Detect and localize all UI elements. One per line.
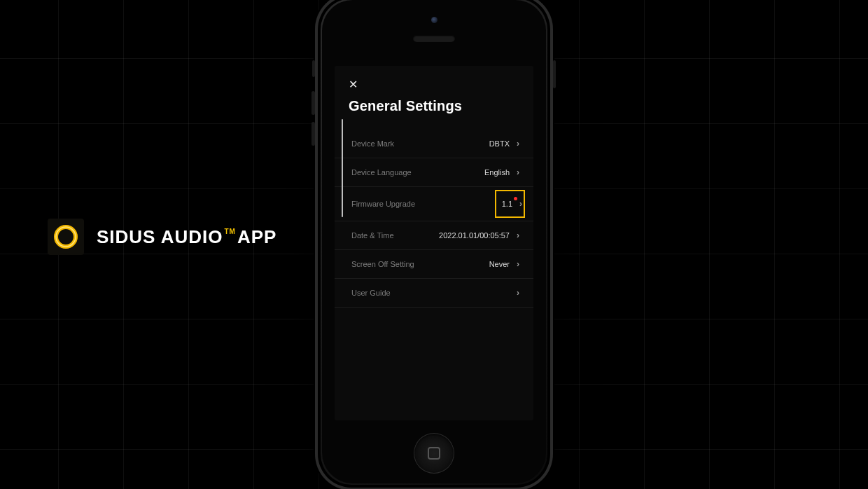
phone-body: ✕ General Settings Device Mark DBTX › De… — [322, 0, 546, 483]
phone-volume-down — [312, 122, 315, 146]
row-label: Device Mark — [351, 139, 394, 148]
phone-top-bezel — [322, 0, 546, 63]
row-value: DBTX — [489, 139, 510, 148]
chevron-right-icon: › — [519, 199, 522, 209]
chevron-right-icon: › — [517, 230, 519, 240]
phone-power-button — [553, 60, 556, 88]
chevron-right-icon: › — [517, 167, 519, 177]
row-user-guide[interactable]: User Guide › — [335, 279, 533, 308]
phone-mockup: ✕ General Settings Device Mark DBTX › De… — [315, 0, 553, 489]
row-label: Date & Time — [351, 231, 394, 240]
firmware-version: 1.1 — [502, 200, 512, 208]
phone-volume-up — [312, 91, 315, 115]
row-value: 2022.01.01/00:05:57 — [439, 231, 510, 240]
phone-earpiece — [413, 35, 455, 42]
page-title: General Settings — [349, 98, 519, 114]
row-label: Firmware Upgrade — [351, 200, 415, 208]
phone-home-button[interactable] — [414, 433, 454, 474]
row-device-language[interactable]: Device Language English › — [335, 158, 533, 187]
home-square-icon — [428, 447, 440, 460]
chevron-right-icon: › — [517, 288, 519, 298]
row-label: User Guide — [351, 289, 391, 297]
row-value: Never — [489, 260, 510, 268]
chevron-right-icon: › — [517, 139, 519, 149]
close-icon[interactable]: ✕ — [349, 79, 358, 90]
row-value: 1.1 — [502, 200, 512, 208]
phone-mute-switch — [312, 60, 315, 77]
phone-front-camera — [431, 17, 438, 23]
settings-list: Device Mark DBTX › Device Language Engli… — [335, 130, 533, 308]
row-device-mark[interactable]: Device Mark DBTX › — [335, 130, 533, 158]
row-label: Device Language — [351, 168, 412, 177]
scroll-indicator — [342, 119, 343, 217]
brand-app-icon — [48, 219, 84, 255]
brand-name-2: APP — [237, 226, 276, 248]
phone-screen: ✕ General Settings Device Mark DBTX › De… — [335, 66, 533, 420]
row-firmware-upgrade[interactable]: Firmware Upgrade 1.1 › — [335, 187, 533, 221]
screen-header: ✕ General Settings — [335, 66, 533, 118]
brand-block: SIDUS AUDIO TM APP — [48, 219, 276, 255]
firmware-highlight: 1.1 › — [495, 190, 525, 218]
row-label: Screen Off Setting — [351, 260, 414, 268]
row-date-time[interactable]: Date & Time 2022.01.01/00:05:57 › — [335, 221, 533, 250]
row-screen-off[interactable]: Screen Off Setting Never › — [335, 250, 533, 279]
brand-text: SIDUS AUDIO TM APP — [97, 226, 276, 248]
brand-tm: TM — [225, 228, 236, 235]
svg-point-1 — [56, 227, 76, 247]
chevron-right-icon: › — [517, 259, 519, 269]
brand-ring-icon — [52, 223, 79, 250]
row-value: English — [484, 168, 510, 177]
notification-dot-icon — [514, 197, 517, 200]
brand-name-1: SIDUS AUDIO — [97, 226, 223, 248]
